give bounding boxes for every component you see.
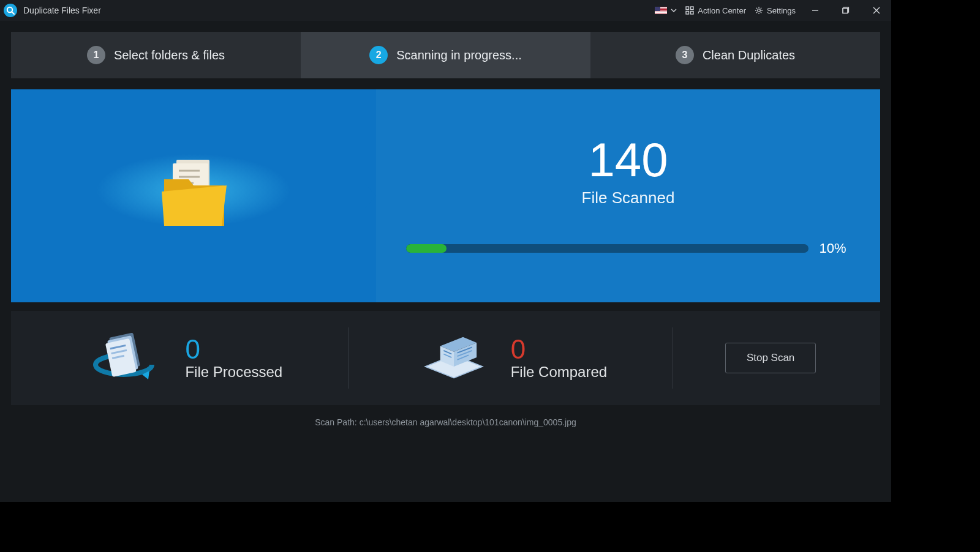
file-processed-icon [88, 324, 168, 392]
step-number: 3 [676, 46, 694, 64]
svg-rect-4 [691, 7, 694, 10]
progress-bar [406, 244, 808, 253]
step-number: 2 [369, 46, 388, 64]
progress-fill [406, 244, 447, 253]
files-compared-count: 0 [511, 335, 607, 364]
flag-us-icon [655, 7, 667, 14]
chevron-down-icon [671, 7, 677, 13]
progress-row: 10% [406, 241, 850, 256]
app-title: Duplicate Files Fixer [23, 6, 101, 15]
language-selector[interactable] [655, 7, 677, 14]
app-logo-icon [4, 4, 17, 17]
step-label: Clean Duplicates [703, 48, 795, 62]
svg-rect-3 [686, 7, 689, 10]
titlebar: Duplicate Files Fixer Action Center [0, 0, 891, 21]
stop-scan-button[interactable]: Stop Scan [725, 343, 816, 373]
step-clean-duplicates[interactable]: 3 Clean Duplicates [590, 32, 880, 78]
scan-path: Scan Path: c:\users\chetan agarwal\deskt… [0, 417, 891, 427]
svg-point-7 [758, 9, 761, 12]
stat-processed: 0 File Processed [23, 324, 348, 392]
svg-rect-10 [843, 9, 848, 13]
files-processed-label: File Processed [185, 364, 282, 381]
action-center-label: Action Center [698, 6, 746, 15]
files-scanned-count: 140 [588, 136, 668, 184]
arrow-notch [365, 184, 376, 208]
settings-label: Settings [767, 6, 796, 15]
step-scanning: 2 Scanning in progress... [301, 32, 590, 78]
wizard-steps: 1 Select folders & files 2 Scanning in p… [11, 32, 880, 78]
scan-path-label: Scan Path: [315, 417, 359, 427]
gear-icon [755, 6, 763, 15]
files-processed-count: 0 [185, 335, 282, 364]
progress-percent: 10% [820, 241, 850, 256]
files-scanned-label: File Scanned [582, 188, 675, 207]
svg-rect-6 [691, 12, 694, 15]
step-select-folders[interactable]: 1 Select folders & files [11, 32, 301, 78]
files-compared-label: File Compared [511, 364, 607, 381]
minimize-button[interactable] [804, 2, 826, 19]
step-label: Select folders & files [114, 48, 225, 62]
svg-rect-5 [686, 12, 689, 15]
scan-path-value: c:\users\chetan agarwal\desktop\101canon… [360, 417, 576, 427]
folder-scanning-icon [151, 155, 236, 237]
stats-panel: 0 File Processed [11, 311, 880, 405]
close-button[interactable] [865, 2, 888, 19]
action-center-button[interactable]: Action Center [685, 6, 746, 15]
scan-visual-pane [11, 89, 376, 302]
stat-compared: 0 File Compared [349, 324, 673, 392]
scan-panel: 140 File Scanned 10% [11, 89, 880, 302]
grid-icon [685, 6, 694, 15]
file-compared-icon [414, 324, 494, 392]
app-window: Duplicate Files Fixer Action Center [0, 0, 891, 502]
step-number: 1 [87, 46, 105, 64]
scan-progress-pane: 140 File Scanned 10% [376, 89, 880, 302]
svg-point-0 [4, 4, 17, 17]
settings-button[interactable]: Settings [755, 6, 796, 15]
step-label: Scanning in progress... [396, 48, 522, 62]
maximize-button[interactable] [835, 2, 857, 19]
